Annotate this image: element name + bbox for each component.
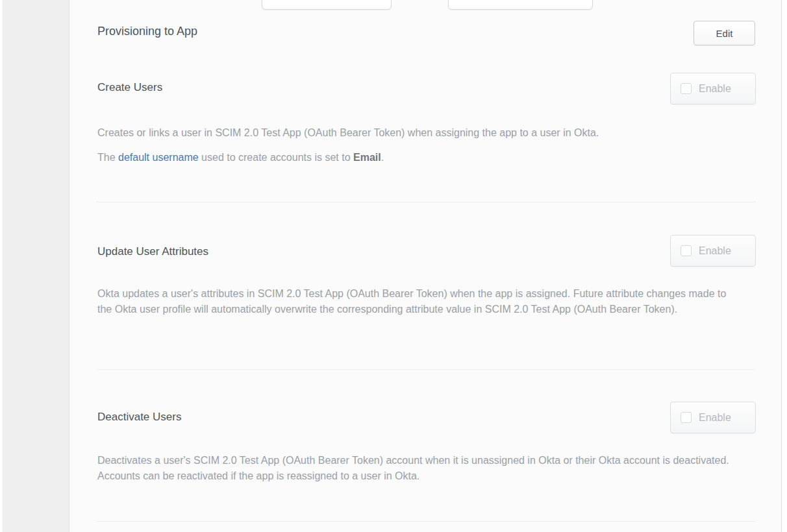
enable-checkbox-icon[interactable] [681, 412, 692, 423]
truncated-field-left[interactable] [262, 0, 392, 10]
enable-label: Enable [699, 83, 731, 95]
page-title: Provisioning to App [97, 25, 197, 38]
username-value: Email [353, 152, 381, 163]
enable-label: Enable [699, 412, 731, 424]
enable-label: Enable [699, 245, 731, 257]
left-sidebar [3, 0, 69, 532]
deactivate-users-description: Deactivates a user's SCIM 2.0 Test App (… [97, 453, 734, 484]
provisioning-settings-page: Provisioning to App Edit Create Users En… [0, 0, 787, 532]
note-middle: used to create accounts is set to [199, 152, 353, 163]
section-title-deactivate-users: Deactivate Users [97, 411, 181, 424]
section-title-update-user-attributes: Update User Attributes [97, 245, 208, 258]
note-prefix: The [97, 152, 118, 163]
section-title-create-users: Create Users [97, 81, 162, 94]
note-suffix: . [381, 152, 384, 163]
enable-checkbox-icon[interactable] [681, 83, 692, 94]
truncated-field-right[interactable] [448, 0, 593, 10]
enable-checkbox-icon[interactable] [681, 245, 692, 256]
default-username-link[interactable]: default username [118, 152, 199, 163]
create-users-username-note: The default username used to create acco… [97, 150, 734, 165]
edit-button[interactable]: Edit [693, 21, 755, 45]
section-divider [96, 369, 756, 370]
update-user-attributes-description: Okta updates a user's attributes in SCIM… [97, 286, 734, 317]
section-divider [96, 521, 756, 522]
create-users-description: Creates or links a user in SCIM 2.0 Test… [97, 125, 734, 141]
enable-toggle-deactivate-users[interactable]: Enable [670, 402, 756, 433]
section-divider [96, 202, 756, 202]
enable-toggle-create-users[interactable]: Enable [670, 73, 756, 104]
enable-toggle-update-user-attributes[interactable]: Enable [670, 235, 756, 267]
